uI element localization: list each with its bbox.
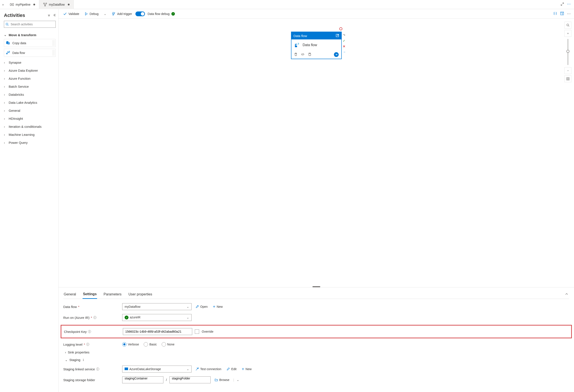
node-title: Data flow xyxy=(294,34,307,38)
runon-label: Run on (Azure IR) xyxy=(63,316,89,319)
category-item[interactable]: ›General xyxy=(4,107,56,115)
runon-select[interactable]: ✓azureIR ⌄ xyxy=(122,314,192,321)
more-icon[interactable]: ··· xyxy=(567,2,571,6)
search-input[interactable] xyxy=(4,21,56,28)
zoom-search-icon[interactable] xyxy=(564,22,571,29)
expand-left-icon[interactable]: » xyxy=(0,3,6,6)
category-item[interactable]: ›Power Query xyxy=(4,139,56,147)
svg-line-7 xyxy=(8,25,9,26)
radio-none[interactable]: None xyxy=(162,342,174,347)
chevron-right-icon: › xyxy=(4,93,7,96)
category-item[interactable]: ›Machine Learning xyxy=(4,131,56,139)
zoom-slider[interactable] xyxy=(568,39,568,65)
svg-rect-23 xyxy=(567,78,569,80)
radio-verbose[interactable]: Verbose xyxy=(122,342,139,347)
open-external-icon[interactable] xyxy=(336,34,339,38)
tab-dataflow[interactable]: myDataflow xyxy=(39,0,73,9)
folder-input[interactable] xyxy=(172,377,208,380)
info-icon[interactable]: i xyxy=(88,330,91,333)
open-button[interactable]: Open xyxy=(194,304,209,309)
breakpoint-icon[interactable] xyxy=(339,27,342,30)
activity-copy-data[interactable]: Copy data xyxy=(4,39,56,47)
category-item[interactable]: ›Batch Service xyxy=(4,82,56,91)
category-item[interactable]: ›Iteration & conditionals xyxy=(4,123,56,131)
redo-icon[interactable]: ↷ xyxy=(343,33,346,37)
staging-toggle[interactable]: ⌄ Staging i xyxy=(63,358,569,362)
browse-divider: | xyxy=(233,378,234,382)
svg-rect-19 xyxy=(295,45,297,47)
debug-dropdown[interactable]: ⌄ xyxy=(102,11,108,17)
tab-settings[interactable]: Settings xyxy=(82,290,97,299)
fit-screen-icon[interactable] xyxy=(564,75,571,82)
validate-button[interactable]: Validate xyxy=(62,11,81,17)
tab-label: myPipeline xyxy=(16,3,30,6)
category-item[interactable]: ›Data Lake Analytics xyxy=(4,98,56,107)
storage-icon xyxy=(124,368,128,370)
browse-dropdown[interactable]: ⌄ xyxy=(237,378,239,382)
container-input[interactable] xyxy=(124,377,161,380)
browse-button[interactable]: Browse xyxy=(213,377,231,382)
category-item[interactable]: ›Azure Data Explorer xyxy=(4,66,56,75)
chevron-right-icon: › xyxy=(65,351,66,354)
run-icon[interactable] xyxy=(334,52,339,57)
new-linked-button[interactable]: + New xyxy=(240,366,253,372)
collapse-down-icon[interactable] xyxy=(47,14,50,17)
delete-icon[interactable] xyxy=(294,53,298,57)
checkpoint-input-wrap xyxy=(123,328,192,335)
activity-data-flow[interactable]: Data flow xyxy=(4,49,56,57)
info-icon[interactable]: i xyxy=(86,343,89,346)
chevron-right-icon: › xyxy=(4,133,7,137)
category-item[interactable]: ›Databricks xyxy=(4,91,56,98)
test-connection-button[interactable]: Test connection xyxy=(194,366,223,372)
checkpoint-input[interactable] xyxy=(125,330,190,333)
collapse-left-icon[interactable] xyxy=(53,14,56,17)
add-trigger-button[interactable]: Add trigger xyxy=(110,11,134,17)
new-button[interactable]: + New xyxy=(211,303,224,310)
pipeline-canvas[interactable]: Data flow Data flow ↷ xyxy=(59,19,574,287)
debug-button[interactable]: Debug xyxy=(83,11,100,17)
more-actions-icon[interactable]: ··· xyxy=(567,12,571,16)
tab-general[interactable]: General xyxy=(63,290,77,298)
panel-resize-handle[interactable] xyxy=(312,286,320,287)
staging-linked-label: Staging linked service xyxy=(63,367,95,371)
check-icon: ✓ xyxy=(124,315,128,319)
validation-indicators: ↷ ✓ ✕ → xyxy=(343,33,346,54)
category-move-transform[interactable]: ⌄ Move & transform xyxy=(4,31,56,39)
properties-panel: General Settings Parameters User propert… xyxy=(59,287,574,392)
code-view-icon[interactable] xyxy=(553,11,557,16)
dataflow-node[interactable]: Data flow Data flow xyxy=(291,32,342,59)
chevron-down-icon: ⌄ xyxy=(186,367,189,371)
checkpoint-label: Checkpoint Key xyxy=(64,330,87,333)
info-icon[interactable]: i xyxy=(93,316,96,319)
node-name: Data flow xyxy=(303,43,317,47)
properties-icon[interactable] xyxy=(560,11,564,16)
category-item[interactable]: ›HDInsight xyxy=(4,115,56,123)
dataflow-select[interactable]: myDataflow ⌄ xyxy=(122,303,192,310)
tab-parameters[interactable]: Parameters xyxy=(103,290,122,298)
chevron-right-icon: › xyxy=(4,125,7,128)
edit-button[interactable]: Edit xyxy=(225,366,238,372)
chevron-down-icon: ⌄ xyxy=(186,305,189,308)
category-item[interactable]: ›Azure Function xyxy=(4,75,56,82)
tab-user-properties[interactable]: User properties xyxy=(128,290,153,298)
dataflow-debug-toggle[interactable] xyxy=(135,11,145,16)
info-icon[interactable]: i xyxy=(96,368,99,371)
pipeline-icon xyxy=(10,3,14,6)
zoom-in-icon[interactable]: + xyxy=(564,30,571,37)
info-icon[interactable]: i xyxy=(83,358,84,362)
tab-pipeline[interactable]: myPipeline xyxy=(6,0,39,9)
category-item[interactable]: ›Synapse xyxy=(4,59,56,66)
copy-icon[interactable] xyxy=(308,53,311,57)
override-checkbox[interactable] xyxy=(195,329,199,334)
collapse-panel-icon[interactable] xyxy=(565,292,569,296)
chevron-right-icon: › xyxy=(4,61,7,64)
staging-linked-select[interactable]: AzureDataLakeStorage ⌄ xyxy=(122,366,192,372)
svg-point-3 xyxy=(43,3,45,4)
maximize-icon[interactable] xyxy=(561,2,564,6)
sink-properties-toggle[interactable]: › Sink properties xyxy=(63,351,569,354)
radio-basic[interactable]: Basic xyxy=(144,342,157,347)
svg-rect-0 xyxy=(10,3,11,6)
chevron-right-icon: › xyxy=(4,77,7,80)
code-icon[interactable] xyxy=(301,53,305,57)
zoom-out-icon[interactable]: − xyxy=(564,67,571,74)
